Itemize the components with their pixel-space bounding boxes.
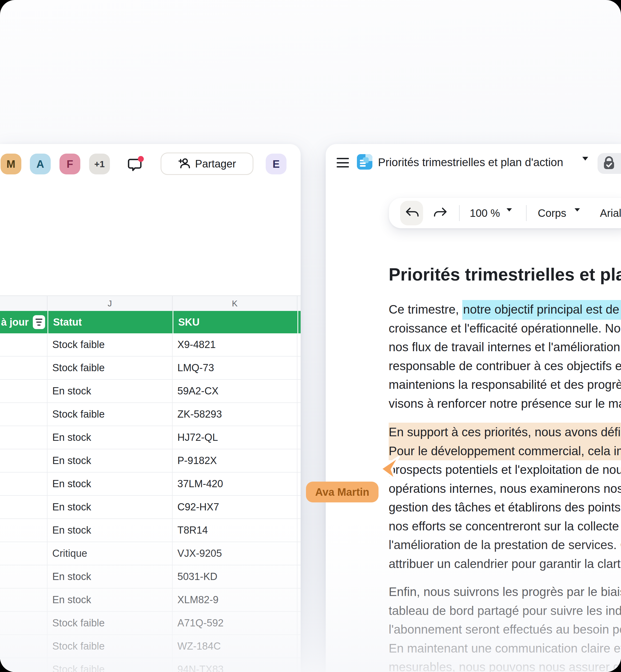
cell-sliver[interactable] [297, 565, 302, 588]
table-row: En stockXLM82-9 [0, 589, 301, 612]
chevron-down-icon [582, 157, 588, 165]
header-cell-left[interactable]: à jour [0, 311, 47, 333]
cell-blank[interactable] [0, 635, 47, 658]
title-dropdown[interactable] [582, 161, 588, 165]
paragraph-style-select[interactable]: Corps [538, 198, 566, 228]
cell-sku[interactable]: 5031-KD [173, 565, 297, 588]
cell-statut[interactable]: En stock [47, 496, 173, 518]
redo-button[interactable] [429, 201, 452, 225]
cell-blank[interactable] [0, 356, 47, 379]
cell-sku[interactable]: LMQ-73 [173, 356, 297, 379]
cell-statut[interactable]: Stock faible [47, 658, 173, 672]
text-line: En maintenant une communication claire e… [389, 639, 621, 658]
cell-blank[interactable] [0, 496, 47, 518]
collaborator-overflow-badge[interactable]: +1 [89, 154, 110, 174]
header-cell-sku[interactable]: SKU [173, 311, 297, 333]
collaborator-avatar-a[interactable]: A [30, 154, 51, 174]
cell-blank[interactable] [0, 658, 47, 672]
paragraph-1[interactable]: Ce trimestre, notre objectif principal e… [389, 300, 621, 413]
avatar-letter: M [6, 158, 15, 170]
cell-blank[interactable] [0, 449, 47, 472]
style-select-caret[interactable] [575, 211, 580, 216]
cell-sku[interactable]: 37LM-420 [173, 472, 297, 495]
column-letter-sliver[interactable] [297, 296, 301, 311]
cell-statut[interactable]: En stock [47, 449, 173, 472]
cell-sliver[interactable] [297, 589, 302, 611]
cell-sliver[interactable] [297, 356, 302, 379]
cell-blank[interactable] [0, 380, 47, 403]
permissions-pill[interactable] [597, 153, 621, 174]
cell-sliver[interactable] [297, 612, 302, 634]
column-letter-j[interactable]: J [47, 296, 173, 311]
zoom-select[interactable]: 100 % [470, 198, 500, 228]
cell-sku[interactable]: T8R14 [173, 519, 297, 542]
collaborator-avatar-m[interactable]: M [1, 154, 22, 174]
cell-statut[interactable]: Critique [47, 542, 173, 565]
cell-sku[interactable]: WZ-184C [173, 635, 297, 658]
cell-sku[interactable]: 59A2-CX [173, 380, 297, 403]
cell-statut[interactable]: Stock faible [47, 356, 173, 379]
column-letter-k[interactable]: K [173, 296, 297, 311]
cell-sliver[interactable] [297, 658, 302, 672]
cell-blank[interactable] [0, 612, 47, 634]
cell-blank[interactable] [0, 333, 47, 356]
cell-statut[interactable]: Stock faible [47, 635, 173, 658]
menu-button[interactable] [337, 158, 349, 167]
cell-sliver[interactable] [297, 380, 302, 403]
comments-button[interactable] [126, 156, 146, 173]
cell-sliver[interactable] [297, 635, 302, 658]
cell-blank[interactable] [0, 589, 47, 611]
cell-blank[interactable] [0, 565, 47, 588]
cell-statut[interactable]: En stock [47, 565, 173, 588]
cell-sku[interactable]: ZK-58293 [173, 403, 297, 426]
cell-sku[interactable]: VJX-9205 [173, 542, 297, 565]
share-button-label: Partager [195, 158, 236, 170]
cell-statut[interactable]: En stock [47, 380, 173, 403]
cell-sku[interactable]: A71Q-592 [173, 612, 297, 634]
cell-blank[interactable] [0, 519, 47, 542]
cell-sliver[interactable] [297, 403, 302, 426]
user-avatar-e[interactable]: E [266, 154, 287, 174]
collaborator-avatar-f[interactable]: F [59, 154, 80, 174]
cell-statut[interactable]: En stock [47, 472, 173, 495]
undo-button[interactable] [400, 201, 423, 225]
table-row: Stock faible94N-TX83 [0, 658, 301, 672]
column-letter-blank[interactable] [0, 296, 47, 311]
paragraph-3[interactable]: Enfin, nous suivrons les progrès par le … [389, 582, 621, 672]
zoom-select-caret[interactable] [506, 211, 512, 216]
cyan-highlight: notre objectif principal est de stim [462, 300, 621, 320]
share-button[interactable]: Partager [161, 153, 253, 175]
document-title[interactable]: Priorités trimestrielles et plan d'actio… [378, 155, 563, 170]
cell-sku[interactable]: 94N-TX83 [173, 658, 297, 672]
filter-icon[interactable] [33, 315, 45, 329]
table-row: En stock37LM-420 [0, 472, 301, 496]
cell-statut[interactable]: En stock [47, 519, 173, 542]
header-cell-statut[interactable]: Statut [47, 311, 173, 333]
cell-statut[interactable]: Stock faible [47, 612, 173, 634]
cell-sliver[interactable] [297, 449, 302, 472]
cell-sliver[interactable] [297, 472, 302, 495]
cell-sku[interactable]: X9-4821 [173, 333, 297, 356]
cell-blank[interactable] [0, 426, 47, 449]
cell-sku[interactable]: HJ72-QL [173, 426, 297, 449]
cell-statut[interactable]: Stock faible [47, 333, 173, 356]
cell-blank[interactable] [0, 472, 47, 495]
cell-sku[interactable]: XLM82-9 [173, 589, 297, 611]
font-select[interactable]: Arial [600, 198, 621, 228]
cell-sliver[interactable] [297, 496, 302, 518]
cell-sku[interactable]: C92-HX7 [173, 496, 297, 518]
text-line: nos flux de travail internes et l'amélio… [389, 338, 621, 356]
chevron-down-icon [506, 208, 512, 216]
cell-sku[interactable]: P-9182X [173, 449, 297, 472]
cell-statut[interactable]: Stock faible [47, 403, 173, 426]
cell-statut[interactable]: En stock [47, 426, 173, 449]
cell-sliver[interactable] [297, 542, 302, 565]
cell-sliver[interactable] [297, 333, 302, 356]
cell-sliver[interactable] [297, 426, 302, 449]
cell-blank[interactable] [0, 403, 47, 426]
paragraph-2[interactable]: En support à ces priorités, nous avons d… [389, 423, 621, 573]
cell-sliver[interactable] [297, 519, 302, 542]
table-row: En stockP-9182X [0, 449, 301, 472]
cell-blank[interactable] [0, 542, 47, 565]
cell-statut[interactable]: En stock [47, 589, 173, 611]
